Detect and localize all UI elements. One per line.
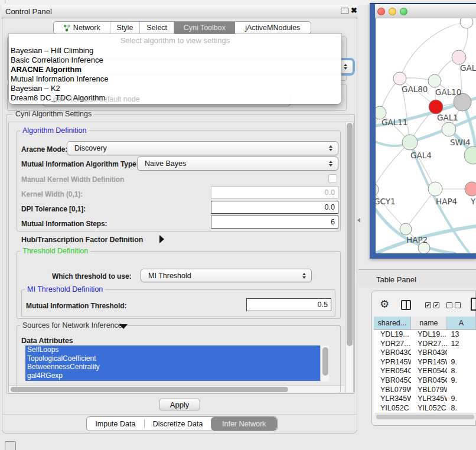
algorithm-list-item[interactable]: ARACNE Algorithm xyxy=(11,65,339,74)
network-node-gal1[interactable] xyxy=(429,100,443,114)
close-panel-icon[interactable]: ✖ xyxy=(351,6,357,15)
manual-kernel-checkbox[interactable] xyxy=(328,174,337,183)
table-column-header[interactable]: name xyxy=(411,317,447,330)
close-window-icon[interactable] xyxy=(377,8,385,15)
network-window-titlebar[interactable] xyxy=(375,4,476,18)
network-node-swi4[interactable] xyxy=(442,122,456,136)
table-cell: 9. xyxy=(447,376,476,386)
data-attribute-item[interactable]: TopologicalCoefficient xyxy=(25,354,320,363)
aracne-mode-value: Discovery xyxy=(74,144,107,152)
screen: Control Panel ✖ Network Style Select Cyn… xyxy=(0,0,476,450)
table-row[interactable]: YER054CYER054C8. xyxy=(374,367,476,376)
algorithm-list-item[interactable]: Bayesian – K2 xyxy=(11,84,339,93)
tab-cyni-toolbox[interactable]: Cyni Toolbox xyxy=(174,22,235,34)
tab-jactivemnodules[interactable]: jActiveMNodules xyxy=(235,22,311,34)
tab-infer-network-label: Infer Network xyxy=(222,420,266,428)
tab-select[interactable]: Select xyxy=(140,22,174,34)
data-attribute-item[interactable]: gal4RGexp xyxy=(25,371,320,380)
panel-splitter-arrow-icon[interactable] xyxy=(357,218,360,223)
settings-vertical-scrollbar[interactable] xyxy=(345,122,353,393)
tab-infer-network[interactable]: Infer Network xyxy=(211,417,277,431)
table-scrollbar-thumb[interactable] xyxy=(376,415,474,419)
mi-type-combobox[interactable]: Naive Bayes xyxy=(137,156,338,171)
table-row[interactable]: YLR345WYLR345W9. xyxy=(374,394,476,404)
network-node-gal80[interactable] xyxy=(393,72,406,85)
table-row[interactable]: YIL052CYIL052C8. xyxy=(374,404,476,413)
dpi-tolerance-value: 0.0 xyxy=(325,203,335,211)
kernel-width-field[interactable]: 0.0 xyxy=(211,186,338,199)
table-column-header[interactable]: shared... xyxy=(374,317,411,330)
table-row[interactable]: YDL19...YDL19...13 xyxy=(374,330,476,340)
table-cell: YIL052C xyxy=(374,404,411,413)
tab-discretize-data-label: Discretize Data xyxy=(153,420,203,428)
cyni-settings-title: Cyni Algorithm Settings xyxy=(13,110,94,118)
deselect-all-checkbox-icon[interactable] xyxy=(455,302,461,308)
deselect-all-checkbox-icon[interactable] xyxy=(446,302,452,308)
network-node[interactable] xyxy=(464,146,476,164)
table-cell: 13 xyxy=(447,330,476,340)
table-columns-icon[interactable] xyxy=(401,300,411,310)
network-node-gal[interactable] xyxy=(452,50,466,64)
data-attributes-list[interactable]: SelfLoopsTopologicalCoefficientBetweenne… xyxy=(25,345,320,381)
table-settings-gear-icon[interactable]: ⚙ xyxy=(380,298,389,311)
network-node-gal4[interactable] xyxy=(402,135,418,150)
network-node-label: GAL xyxy=(460,63,476,73)
network-node-label: GAL4 xyxy=(410,151,432,160)
combo-stepper-icon xyxy=(302,273,306,279)
zoom-window-icon[interactable] xyxy=(400,8,407,15)
table-horizontal-scrollbar[interactable] xyxy=(374,413,476,420)
table-function-icon[interactable] xyxy=(471,298,476,311)
float-panel-icon[interactable] xyxy=(341,8,348,14)
mi-threshold-field[interactable]: 0.5 xyxy=(246,298,331,311)
attributes-vertical-scrollbar[interactable] xyxy=(320,345,329,381)
algorithm-list-item[interactable]: Mutual Information Inference xyxy=(11,74,339,84)
select-all-checkbox-icon[interactable]: ✔ xyxy=(425,302,431,308)
data-attribute-item[interactable]: SelfLoops xyxy=(25,345,320,354)
tab-style[interactable]: Style xyxy=(110,22,141,34)
mi-steps-field[interactable]: 6 xyxy=(211,216,338,229)
algorithm-definition-title: Algorithm Definition xyxy=(20,126,89,135)
dpi-tolerance-field[interactable]: 0.0 xyxy=(211,201,338,214)
tab-network[interactable]: Network xyxy=(54,22,110,34)
vscrollbar-thumb[interactable] xyxy=(347,123,353,346)
minimized-panel-icon[interactable] xyxy=(5,441,16,450)
data-attribute-item[interactable]: BetweennessCentrality xyxy=(25,363,320,371)
network-node-hap4[interactable] xyxy=(428,182,442,196)
attributes-scrollbar-thumb[interactable] xyxy=(322,347,328,376)
table-row[interactable]: YBR045CYBR045C9. xyxy=(374,376,476,386)
algorithm-list-item[interactable]: Basic Correlation Inference xyxy=(11,56,339,65)
which-threshold-combobox[interactable]: MI Threshold xyxy=(141,269,312,282)
table-row[interactable]: YPR145WYPR145W9. xyxy=(374,358,476,367)
table-cell: YBR045C xyxy=(374,376,411,386)
network-edge[interactable] xyxy=(400,22,467,79)
table-cell: YDR27... xyxy=(411,340,447,349)
network-node-y[interactable] xyxy=(465,182,476,196)
hub-expand-arrow-icon[interactable] xyxy=(159,235,164,243)
network-node-gcy1[interactable] xyxy=(376,183,379,196)
sources-collapse-arrow-icon[interactable] xyxy=(119,324,128,329)
network-canvas[interactable]: GALGAL80GAL10GAL1GAL11SWI4GAL4GCY1HAP4YH… xyxy=(376,18,476,253)
select-all-checkbox-icon[interactable]: ✔ xyxy=(433,302,439,308)
apply-button[interactable]: Apply xyxy=(159,399,200,410)
table-cell: 12 xyxy=(447,340,476,349)
combo-stepper-icon xyxy=(344,64,347,70)
network-node[interactable] xyxy=(460,18,473,28)
network-edge[interactable] xyxy=(376,190,406,229)
network-edge[interactable] xyxy=(406,189,435,229)
dropdown-placeholder: Select algorithm to view settings xyxy=(9,36,341,45)
table-row[interactable]: YBL079WYBL079W xyxy=(374,386,476,395)
algorithm-list-item[interactable]: Bayesian – Hill Climbing xyxy=(11,46,339,56)
aracne-mode-combobox[interactable]: Discovery xyxy=(67,141,338,155)
tab-impute-data[interactable]: Impute Data xyxy=(87,417,144,431)
network-edge[interactable] xyxy=(376,142,410,190)
mi-threshold-label: Mutual Information Threshold: xyxy=(26,302,126,310)
network-node-gal10[interactable] xyxy=(428,74,441,87)
table-column-header[interactable]: A xyxy=(447,317,476,330)
table-row[interactable]: YDR27...YDR27...12 xyxy=(374,340,476,349)
table-row[interactable]: YBR043CYBR043C xyxy=(374,348,476,358)
minimize-window-icon[interactable] xyxy=(389,8,396,15)
table-panel-title: Table Panel xyxy=(376,275,416,284)
tab-discretize-data[interactable]: Discretize Data xyxy=(145,417,211,431)
bottom-separator xyxy=(2,414,357,415)
network-node-hap2[interactable] xyxy=(400,223,412,235)
